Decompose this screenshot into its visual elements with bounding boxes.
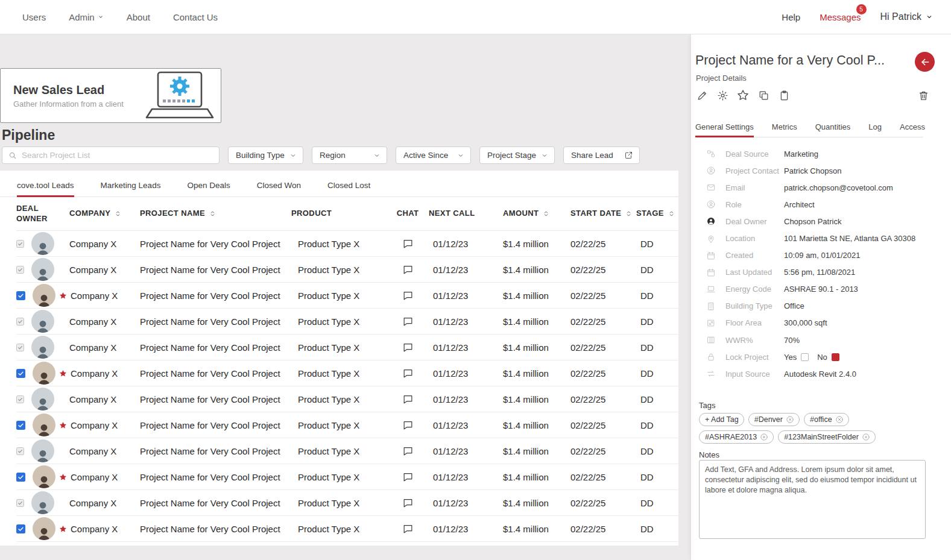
nav-item-contact-us[interactable]: Contact Us (173, 12, 218, 22)
column-header-stage[interactable]: STAGE (636, 209, 678, 218)
remove-tag-icon[interactable] (862, 433, 870, 441)
stage-cell: DD (636, 291, 678, 301)
back-button[interactable] (915, 52, 935, 72)
row-checkbox[interactable] (16, 447, 24, 455)
filter-building-type[interactable]: Building Type (228, 146, 303, 164)
filter-project-stage[interactable]: Project Stage (479, 146, 555, 164)
table-row[interactable]: Company X Project Name for Very Cool Pro… (16, 231, 678, 257)
table-row[interactable]: Company X Project Name for Very Cool Pro… (16, 464, 678, 490)
row-checkbox[interactable] (16, 421, 25, 430)
favorite-button[interactable] (735, 87, 751, 103)
lock-no-checkbox[interactable] (832, 353, 839, 361)
chat-icon[interactable] (402, 394, 414, 405)
nav-item-admin[interactable]: Admin (69, 12, 104, 22)
panel-tab-log[interactable]: Log (868, 122, 882, 137)
help-link[interactable]: Help (782, 12, 800, 22)
sort-icon[interactable] (209, 210, 216, 218)
chat-icon[interactable] (402, 342, 414, 353)
tags-label: Tags (699, 401, 715, 410)
panel-tab-metrics[interactable]: Metrics (772, 122, 797, 137)
field-value: ASHRAE 90.1 - 2013 (784, 285, 858, 294)
chat-icon[interactable] (402, 368, 414, 379)
tab-marketing-leads[interactable]: Marketing Leads (101, 181, 161, 197)
tag-chip[interactable]: #123MainStreetFolder (778, 430, 876, 444)
filter-region[interactable]: Region (312, 146, 387, 164)
duplicate-button[interactable] (756, 87, 771, 103)
tag-chip[interactable]: #office (804, 413, 849, 426)
share-lead-button[interactable]: Share Lead (563, 146, 640, 164)
column-header-product: PRODUCT (291, 209, 387, 218)
product-cell: Product Type X (291, 524, 387, 534)
edit-button[interactable] (694, 87, 710, 103)
table-row[interactable]: Company X Project Name for Very Cool Pro… (16, 516, 678, 542)
nav-item-about[interactable]: About (127, 12, 150, 22)
messages-link[interactable]: Messages 5 (820, 12, 861, 22)
chat-icon[interactable] (402, 471, 414, 483)
field-value: 300,000 sqft (784, 318, 827, 327)
column-header-start-date[interactable]: START DATE (570, 209, 636, 218)
row-checkbox[interactable] (16, 395, 24, 403)
next-call-cell: 01/12/23 (429, 265, 503, 275)
chat-icon[interactable] (402, 523, 414, 535)
row-checkbox[interactable] (16, 473, 25, 482)
chat-icon[interactable] (402, 264, 414, 275)
clipboard-button[interactable] (776, 87, 792, 103)
chat-icon[interactable] (402, 316, 414, 327)
delete-button[interactable] (915, 87, 931, 103)
table-row[interactable]: Company X Project Name for Very Cool Pro… (16, 309, 678, 335)
panel-tab-quantities[interactable]: Quantities (815, 122, 851, 137)
field-wwr: WWR%70% (695, 332, 937, 348)
settings-button[interactable] (715, 87, 730, 103)
table-row[interactable]: Company X Project Name for Very Cool Pro… (16, 257, 678, 283)
chat-icon[interactable] (402, 238, 414, 250)
row-checkbox[interactable] (16, 240, 24, 248)
column-header-amount[interactable]: AMOUNT (503, 209, 570, 218)
tab-closed-won[interactable]: Closed Won (257, 181, 301, 197)
tab-cove-tool-leads[interactable]: cove.tool Leads (17, 181, 74, 197)
sort-icon[interactable] (542, 210, 550, 218)
column-header-project-name[interactable]: PROJECT NAME (140, 209, 291, 218)
tag-chip[interactable]: #Denver (748, 413, 800, 426)
chat-icon[interactable] (402, 497, 414, 509)
filter-active-since[interactable]: Active Since (396, 146, 471, 164)
table-row[interactable]: Company X Project Name for Very Cool Pro… (16, 283, 678, 309)
tab-open-deals[interactable]: Open Deals (187, 181, 230, 197)
tag-chip[interactable]: #ASHRAE2013 (699, 430, 774, 444)
panel-tab-access[interactable]: Access (900, 122, 925, 137)
row-checkbox[interactable] (16, 344, 24, 351)
chat-icon[interactable] (402, 445, 414, 457)
remove-tag-icon[interactable] (786, 415, 794, 424)
column-header-company[interactable]: COMPANY (69, 209, 140, 218)
row-checkbox[interactable] (16, 291, 25, 300)
table-row[interactable]: Company X Project Name for Very Cool Pro… (16, 438, 678, 464)
row-checkbox[interactable] (16, 266, 24, 274)
nav-item-users[interactable]: Users (22, 12, 46, 22)
new-sales-lead-card[interactable]: New Sales Lead Gather Information from a… (0, 68, 221, 123)
row-checkbox[interactable] (16, 499, 24, 507)
remove-tag-icon[interactable] (835, 415, 844, 424)
row-checkbox[interactable] (16, 524, 25, 533)
remove-tag-icon[interactable] (760, 433, 768, 441)
table-row[interactable]: Company X Project Name for Very Cool Pro… (16, 412, 678, 438)
tab-closed-lost[interactable]: Closed Lost (327, 181, 370, 197)
sort-icon[interactable] (114, 210, 122, 218)
sort-icon[interactable] (668, 210, 675, 218)
lock-yes-checkbox[interactable] (801, 353, 809, 361)
row-checkbox[interactable] (16, 318, 24, 326)
next-call-cell: 01/12/23 (429, 239, 503, 249)
table-row[interactable]: Company X Project Name for Very Cool Pro… (16, 490, 678, 516)
table-row[interactable]: Company X Project Name for Very Cool Pro… (16, 386, 678, 412)
panel-tab-general-settings[interactable]: General Settings (695, 122, 754, 137)
sort-icon[interactable] (625, 210, 633, 218)
user-menu[interactable]: Hi Patrick (880, 11, 933, 22)
chat-icon[interactable] (402, 420, 414, 431)
next-call-cell: 01/12/23 (429, 394, 503, 404)
notes-textarea[interactable]: Add Text, GFA and Address. Lorem ipsum d… (699, 460, 926, 539)
row-checkbox[interactable] (16, 369, 25, 378)
table-row[interactable]: Company X Project Name for Very Cool Pro… (16, 335, 678, 360)
chat-icon[interactable] (402, 290, 414, 301)
stage-cell: DD (636, 342, 678, 353)
table-row[interactable]: Company X Project Name for Very Cool Pro… (16, 360, 678, 386)
add-tag-button[interactable]: + Add Tag (699, 413, 744, 426)
search-input[interactable] (22, 151, 213, 160)
